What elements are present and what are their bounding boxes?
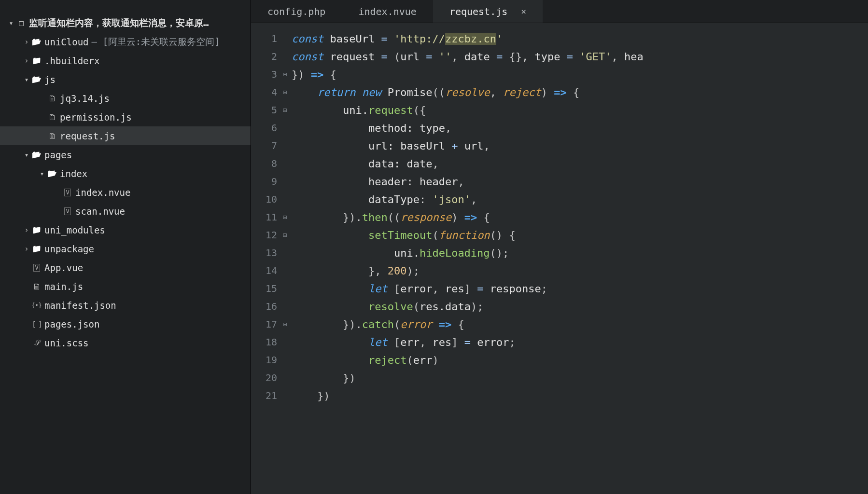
token-punct: (); <box>490 247 509 259</box>
code-line[interactable]: dataType: 'json', <box>292 191 868 208</box>
tree-item-permission-js[interactable]: permission.js <box>0 108 251 126</box>
token-punct: }, <box>368 265 381 277</box>
fold-marker[interactable]: ⊟ <box>280 316 290 333</box>
file-tree-sidebar[interactable]: ▾ 监听通知栏内容，获取通知栏消息，安卓原… ›uniCloud– [阿里云:未… <box>0 0 251 494</box>
token-plain: url <box>458 140 483 152</box>
token-punct: , <box>522 51 528 63</box>
line-number: 13 <box>251 244 280 262</box>
tab-index-nvue[interactable]: index.nvue <box>342 0 433 23</box>
tree-item-unicloud[interactable]: ›uniCloud– [阿里云:未关联云服务空间] <box>0 32 251 51</box>
tree-item-index[interactable]: ▾index <box>0 164 251 183</box>
tree-item-scan-nvue[interactable]: scan.nvue <box>0 202 251 220</box>
tree-item-js[interactable]: ▾js <box>0 70 251 89</box>
code-line[interactable]: let [err, res] = error; <box>292 333 868 351</box>
tree-item-request-js[interactable]: request.js <box>0 126 251 145</box>
code-line[interactable]: }, 200); <box>292 262 868 280</box>
fold-marker <box>280 351 290 369</box>
line-number: 17 <box>251 316 280 333</box>
tab-config-php[interactable]: config.php <box>251 0 342 23</box>
code-line[interactable]: uni.hideLoading(); <box>292 244 868 262</box>
token-punct: ); <box>471 301 484 313</box>
line-number: 2 <box>251 48 280 66</box>
token-punct: }) <box>292 69 305 81</box>
token-punct: { <box>458 318 464 330</box>
token-punct: }). <box>343 211 362 223</box>
code-line[interactable]: }).catch(error => { <box>292 316 868 333</box>
line-number-gutter: 123456789101112131415161718192021 <box>251 23 280 494</box>
fold-marker[interactable]: ⊟ <box>280 208 290 226</box>
token-plain: res.data <box>420 301 471 313</box>
token-punct: [ <box>394 283 400 295</box>
token-num: 200 <box>388 265 407 277</box>
line-number: 19 <box>251 351 280 369</box>
token-punct: ) <box>541 86 547 98</box>
tree-item-label: pages.json <box>44 319 99 329</box>
tree-item-pages[interactable]: ▾pages <box>0 145 251 164</box>
fold-column[interactable]: ⊟⊟⊟⊟⊟⊟ <box>280 23 290 494</box>
tab-request-js[interactable]: request.js× <box>433 0 543 23</box>
line-number: 10 <box>251 191 280 208</box>
tree-item-uni_modules[interactable]: ›uni_modules <box>0 220 251 239</box>
code-line[interactable]: return new Promise((resolve, reject) => … <box>292 83 868 101</box>
token-plain <box>388 51 394 63</box>
tree-item-uni-scss[interactable]: uni.scss <box>0 333 251 352</box>
code-line[interactable]: resolve(res.data); <box>292 298 868 316</box>
fold-marker <box>280 173 290 191</box>
code-line[interactable]: uni.request({ <box>292 101 868 119</box>
token-punct: ) <box>451 211 458 223</box>
chevron-down-icon: ▾ <box>39 169 45 178</box>
code-line[interactable]: data: date, <box>292 155 868 173</box>
token-method: then <box>362 211 388 223</box>
fold-marker[interactable]: ⊟ <box>280 66 290 83</box>
folder-open-icon <box>30 37 43 46</box>
close-icon[interactable]: × <box>521 6 526 16</box>
token-plain: header: header <box>292 176 458 188</box>
code-line[interactable]: setTimeout(function() { <box>292 226 868 244</box>
code-line[interactable]: }).then((response) => { <box>292 208 868 226</box>
tree-item-unpackage[interactable]: ›unpackage <box>0 239 251 258</box>
token-punct: ] <box>464 283 471 295</box>
code-line[interactable]: const baseUrl = 'http://zzcbz.cn' <box>292 30 868 48</box>
code-line[interactable]: }) <box>292 387 868 405</box>
tree-item-main-js[interactable]: main.js <box>0 277 251 296</box>
code-line[interactable]: header: header, <box>292 173 868 191</box>
token-str-hl: zzcbz.cn <box>445 33 496 45</box>
token-op: = <box>496 51 503 63</box>
line-number: 8 <box>251 155 280 173</box>
fold-marker <box>280 48 290 66</box>
fold-marker[interactable]: ⊟ <box>280 83 290 101</box>
token-punct: ; <box>509 336 515 348</box>
tree-item-jq3-14-js[interactable]: jq3.14.js <box>0 89 251 108</box>
tree-item-app-vue[interactable]: App.vue <box>0 258 251 277</box>
token-punct: ( <box>394 51 400 63</box>
fold-marker[interactable]: ⊟ <box>280 101 290 119</box>
fold-marker[interactable]: ⊟ <box>280 226 290 244</box>
token-punct: { <box>509 229 515 241</box>
tree-item-manifest-json[interactable]: manifest.json <box>0 296 251 315</box>
tree-item-pages-json[interactable]: pages.json <box>0 315 251 333</box>
project-root-row[interactable]: ▾ 监听通知栏内容，获取通知栏消息，安卓原… <box>0 14 251 32</box>
code-line[interactable]: }) <box>292 369 868 387</box>
code-line[interactable]: }) => { <box>292 66 868 83</box>
fold-marker <box>280 244 290 262</box>
chevron-down-icon: ▾ <box>23 151 30 159</box>
fold-marker <box>280 333 290 351</box>
token-op: = <box>381 51 387 63</box>
tree-item--hbuilderx[interactable]: ›.hbuilderx <box>0 51 251 70</box>
tree-item-index-nvue[interactable]: index.nvue <box>0 183 251 202</box>
code-line[interactable]: method: type, <box>292 119 868 137</box>
code-line[interactable]: url: baseUrl + url, <box>292 137 868 155</box>
code-line[interactable]: let [error, res] = response; <box>292 280 868 298</box>
token-plain: error <box>400 283 432 295</box>
token-op: = <box>567 51 573 63</box>
code-line[interactable]: reject(err) <box>292 351 868 369</box>
code-editor[interactable]: 123456789101112131415161718192021 ⊟⊟⊟⊟⊟⊟… <box>251 23 868 494</box>
token-method: hideLoading <box>420 247 490 259</box>
code-area[interactable]: const baseUrl = 'http://zzcbz.cn'const r… <box>290 23 868 494</box>
tree-item-label: uni.scss <box>44 338 89 348</box>
line-number: 3 <box>251 66 280 83</box>
token-plain: baseUrl <box>323 33 381 45</box>
chevron-down-icon: ▾ <box>23 75 30 84</box>
file-js-icon <box>30 282 43 291</box>
code-line[interactable]: const request = (url = '', date = {}, ty… <box>292 48 868 66</box>
